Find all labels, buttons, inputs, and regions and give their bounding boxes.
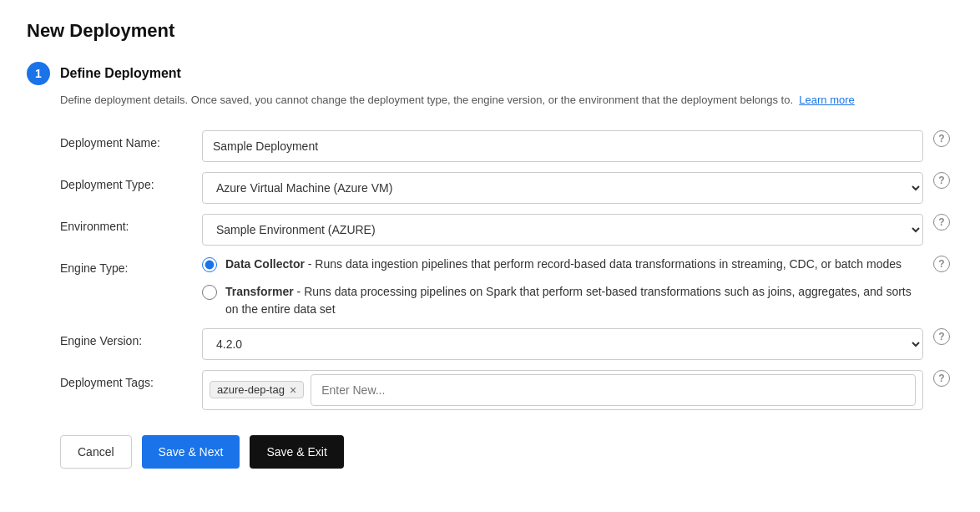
engine-version-help: ? xyxy=(923,323,953,350)
environment-help: ? xyxy=(923,209,953,236)
save-exit-button[interactable]: Save & Exit xyxy=(250,435,343,469)
tag-input[interactable] xyxy=(311,374,916,406)
tag-label: azure-dep-tag xyxy=(217,383,285,396)
deployment-type-field: Azure Virtual Machine (Azure VM) Amazon … xyxy=(202,167,923,209)
tag-close-icon[interactable]: × xyxy=(290,384,296,396)
engine-type-transformer-radio[interactable] xyxy=(202,285,217,300)
deployment-type-select[interactable]: Azure Virtual Machine (Azure VM) Amazon … xyxy=(202,172,923,204)
step-title: Define Deployment xyxy=(60,66,181,81)
deployment-tags-label: Deployment Tags: xyxy=(60,365,202,400)
button-row: Cancel Save & Next Save & Exit xyxy=(60,435,953,469)
engine-type-transformer-option: Transformer - Runs data processing pipel… xyxy=(202,283,923,318)
engine-version-field: 4.2.0 4.1.0 4.0.0 3.22.0 xyxy=(202,323,923,365)
engine-version-select[interactable]: 4.2.0 4.1.0 4.0.0 3.22.0 xyxy=(202,328,923,360)
deployment-name-help-icon[interactable]: ? xyxy=(933,130,950,147)
environment-label: Environment: xyxy=(60,209,202,244)
engine-version-label: Engine Version: xyxy=(60,323,202,358)
engine-type-help: ? xyxy=(923,251,953,277)
deployment-tags-help-icon[interactable]: ? xyxy=(933,370,950,387)
engine-type-data-collector-radio[interactable] xyxy=(202,257,217,272)
tag-azure-dep-tag: azure-dep-tag × xyxy=(210,381,304,398)
environment-help-icon[interactable]: ? xyxy=(933,214,950,231)
environment-select[interactable]: Sample Environment (AZURE) Production En… xyxy=(202,214,923,246)
deployment-type-help: ? xyxy=(923,167,953,194)
form-table: Deployment Name: ? Deployment Type: Azur… xyxy=(60,125,953,415)
environment-field: Sample Environment (AZURE) Production En… xyxy=(202,209,923,251)
tags-container[interactable]: azure-dep-tag × xyxy=(202,370,923,410)
step-container: 1 Define Deployment Define deployment de… xyxy=(27,62,953,469)
step-header: 1 Define Deployment xyxy=(27,62,953,85)
cancel-button[interactable]: Cancel xyxy=(60,435,132,469)
step-description: Define deployment details. Once saved, y… xyxy=(60,92,953,109)
engine-type-help-icon[interactable]: ? xyxy=(933,256,950,272)
engine-type-label: Engine Type: xyxy=(60,251,202,286)
deployment-type-label: Deployment Type: xyxy=(60,167,202,202)
deployment-tags-field: azure-dep-tag × xyxy=(202,365,923,415)
deployment-tags-help: ? xyxy=(923,365,953,392)
engine-type-transformer-label: Transformer - Runs data processing pipel… xyxy=(225,283,923,318)
deployment-type-help-icon[interactable]: ? xyxy=(933,172,950,189)
page-title: New Deployment xyxy=(27,20,953,42)
step-badge: 1 xyxy=(27,62,50,85)
engine-type-data-collector-option: Data Collector - Runs data ingestion pip… xyxy=(202,256,923,273)
deployment-name-input[interactable] xyxy=(202,130,923,162)
save-next-button[interactable]: Save & Next xyxy=(142,435,240,469)
learn-more-link[interactable]: Learn more xyxy=(799,94,854,106)
deployment-name-field xyxy=(202,125,923,167)
engine-version-help-icon[interactable]: ? xyxy=(933,328,950,345)
engine-type-data-collector-label: Data Collector - Runs data ingestion pip… xyxy=(225,256,902,273)
engine-type-field: Data Collector - Runs data ingestion pip… xyxy=(202,251,923,323)
deployment-name-label: Deployment Name: xyxy=(60,125,202,160)
deployment-name-help: ? xyxy=(923,125,953,152)
